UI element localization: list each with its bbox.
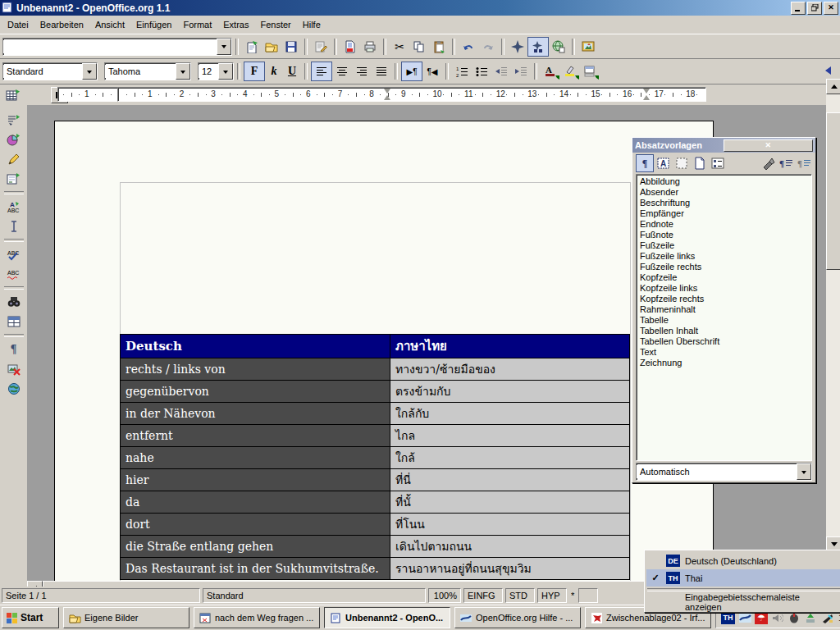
style-item[interactable]: Abbildung: [637, 176, 811, 187]
style-item[interactable]: Tabelle: [637, 315, 811, 326]
font-name-combobox[interactable]: Tahoma: [104, 62, 191, 80]
taskbar-button-weg-fragen[interactable]: nach dem Weg fragen ...: [194, 607, 320, 628]
italic-icon[interactable]: k: [265, 63, 283, 80]
export-pdf-icon[interactable]: [340, 38, 360, 56]
style-filter-value[interactable]: Automatisch: [637, 465, 797, 478]
paragraph-style-value[interactable]: Standard: [3, 65, 82, 78]
toolbar-scroll-left-icon[interactable]: [819, 62, 838, 80]
style-item[interactable]: Fußzeile links: [637, 251, 811, 262]
style-item[interactable]: Kopfzeile rechts: [637, 294, 811, 304]
new-document-icon[interactable]: [242, 38, 262, 56]
online-layout-icon[interactable]: [4, 380, 24, 398]
style-item[interactable]: Kopfzeile links: [637, 283, 811, 294]
open-icon[interactable]: [262, 38, 281, 56]
paste-icon[interactable]: [429, 38, 449, 56]
font-dropdown-button[interactable]: [176, 63, 190, 80]
autotext-icon[interactable]: AABC: [4, 198, 24, 216]
numbering-styles-icon[interactable]: [710, 155, 726, 171]
vscroll-thumb[interactable]: [826, 112, 840, 270]
menu-item-thai[interactable]: ✓ TH Thai: [646, 569, 840, 587]
print-icon[interactable]: [360, 38, 380, 56]
autospellcheck-icon[interactable]: ABC: [4, 265, 24, 283]
style-item[interactable]: Tabellen Überschrift: [637, 336, 811, 347]
update-style-icon[interactable]: ¶: [796, 155, 812, 171]
status-page[interactable]: Seite 1 / 1: [2, 588, 200, 603]
style-item[interactable]: Fußnote: [637, 230, 811, 240]
status-insert-mode[interactable]: EINFG: [463, 588, 503, 603]
font-size-combobox[interactable]: 12: [198, 62, 234, 80]
save-icon[interactable]: [281, 38, 301, 56]
font-size-value[interactable]: 12: [199, 65, 218, 78]
find-replace-icon[interactable]: [4, 293, 24, 311]
align-center-icon[interactable]: [332, 62, 352, 80]
navigator-icon[interactable]: [508, 38, 527, 56]
status-selection-mode[interactable]: STD: [505, 588, 535, 603]
menu-einfuegen[interactable]: Einfügen: [130, 17, 177, 32]
menu-format[interactable]: Format: [177, 17, 217, 32]
style-item[interactable]: Fußzeile: [637, 240, 811, 251]
url-value[interactable]: [3, 40, 217, 53]
decrease-indent-icon[interactable]: [491, 62, 511, 80]
minimize-button[interactable]: [791, 2, 806, 15]
taskbar-button-hilfe[interactable]: OpenOffice.org Hilfe - ...: [454, 607, 581, 628]
style-item[interactable]: Empfänger: [637, 208, 811, 219]
frame-styles-icon[interactable]: [673, 155, 690, 171]
vertical-scrollbar[interactable]: [826, 79, 840, 568]
column-marker2-icon[interactable]: [643, 89, 651, 100]
draw-functions-icon[interactable]: [4, 150, 24, 168]
url-dropdown-button[interactable]: [217, 39, 231, 55]
url-combobox[interactable]: [2, 38, 232, 56]
antivirus-icon[interactable]: ☂: [755, 611, 768, 624]
size-dropdown-button[interactable]: [218, 63, 233, 80]
taskbar-button-eigene-bilder[interactable]: Eigene Bilder: [63, 607, 189, 628]
bullet-list-icon[interactable]: [472, 62, 491, 80]
menu-datei[interactable]: Datei: [2, 17, 34, 32]
style-item[interactable]: Tabellen Inhalt: [637, 326, 811, 336]
column-marker-icon[interactable]: [384, 89, 391, 100]
header-cell-de[interactable]: Deutsch: [121, 335, 390, 358]
scroll-left-icon[interactable]: [27, 581, 43, 587]
tray-language-indicator[interactable]: TH: [721, 612, 735, 624]
style-item[interactable]: Beschriftung: [637, 198, 811, 208]
highlighting-icon[interactable]: [560, 62, 580, 80]
filter-dropdown-button[interactable]: [797, 463, 811, 480]
hyperlink-dialog-icon[interactable]: [549, 38, 568, 56]
align-left-icon[interactable]: [311, 62, 332, 81]
page-styles-icon[interactable]: [692, 155, 708, 171]
stylist-title-bar[interactable]: Absatzvorlagen ✕: [632, 138, 815, 153]
copy-icon[interactable]: [409, 38, 429, 56]
insert-icon[interactable]: [4, 111, 24, 129]
align-right-icon[interactable]: [352, 62, 372, 80]
graphics-toggle-icon[interactable]: [4, 360, 24, 378]
insert-object-icon[interactable]: [4, 130, 24, 148]
style-filter-combobox[interactable]: Automatisch: [636, 463, 812, 481]
taskbar-button-unbenannt2[interactable]: Unbenannt2 - OpenO...: [324, 607, 450, 628]
background-color-icon[interactable]: [580, 62, 600, 80]
menu-fenster[interactable]: Fenster: [254, 17, 296, 32]
status-hyperlink-mode[interactable]: HYP: [537, 588, 567, 603]
scroll-up-icon[interactable]: [826, 79, 840, 94]
spellcheck-icon[interactable]: ABC: [4, 245, 24, 263]
remove-hardware-icon[interactable]: [804, 611, 817, 624]
new-style-from-selection-icon[interactable]: ¶: [778, 155, 794, 171]
style-item[interactable]: Absender: [637, 187, 811, 198]
menu-bearbeiten[interactable]: Bearbeiten: [34, 17, 89, 32]
justify-icon[interactable]: [372, 62, 391, 80]
paragraph-style-combobox[interactable]: Standard: [2, 62, 98, 80]
font-color-icon[interactable]: A: [541, 62, 560, 80]
undo-icon[interactable]: [459, 38, 478, 56]
menu-hilfe[interactable]: Hilfe: [297, 17, 326, 32]
data-sources-icon[interactable]: [4, 313, 24, 331]
nonprinting-characters-icon[interactable]: ¶: [4, 340, 24, 358]
stylist-close-icon[interactable]: ✕: [724, 139, 814, 152]
redo-icon[interactable]: [478, 38, 498, 56]
header-cell-th[interactable]: ภาษาไทย: [390, 335, 630, 358]
direct-cursor-icon[interactable]: [4, 217, 24, 235]
right-to-left-icon[interactable]: ¶◀: [422, 62, 442, 80]
stylist-icon[interactable]: [527, 37, 549, 57]
style-dropdown-button[interactable]: [82, 63, 97, 80]
close-button[interactable]: ✕: [824, 2, 838, 15]
paragraph-styles-icon[interactable]: ¶: [636, 154, 654, 172]
mouse-icon[interactable]: [788, 611, 801, 624]
gallery-icon[interactable]: [578, 38, 598, 56]
